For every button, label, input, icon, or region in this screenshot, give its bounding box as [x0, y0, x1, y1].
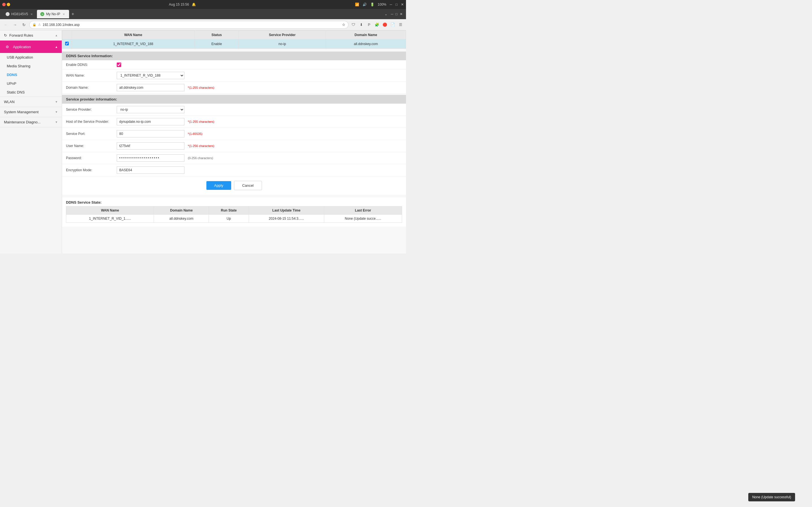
password-input[interactable]	[117, 154, 185, 162]
download-icon[interactable]: ⬇	[358, 22, 364, 28]
username-label: User Name:	[66, 144, 117, 148]
col-status: Status	[195, 31, 239, 40]
url-input[interactable]: 192.168.100.1/index.asp	[43, 23, 340, 27]
password-label: Password:	[66, 156, 117, 160]
cancel-button[interactable]: Cancel	[234, 181, 262, 190]
state-row-wan: 1_INTERNET_R_VID_1......	[66, 215, 154, 223]
enable-ddns-checkbox[interactable]	[117, 62, 121, 67]
host-row: Host of the Service Provider: dynupdate.…	[62, 116, 406, 128]
wan-name-select[interactable]: 1_INTERNET_R_VID_188	[117, 72, 185, 79]
ddns-state-table: WAN Name Domain Name Run State Last Upda…	[66, 206, 402, 223]
new-tab-button[interactable]: +	[69, 10, 77, 18]
shield-icon[interactable]: 🛡	[350, 22, 356, 28]
tab-minimize-btn[interactable]: ─	[390, 12, 395, 16]
ddns-list-table: WAN Name Status Service Provider Domain …	[62, 31, 406, 49]
browser-chrome: Aug 15 15:56 🔔 📶 🔊 🔋 100% ─ □ ✕ H HG8145…	[0, 0, 406, 31]
warning-icon: ⚠	[38, 23, 41, 26]
battery-percent: 100%	[378, 3, 387, 6]
col-wan-name: WAN Name	[72, 31, 195, 40]
forward-collapse-icon: ▲	[55, 34, 58, 37]
window-minimize-btn[interactable]: ─	[390, 3, 392, 6]
col-service-provider: Service Provider	[239, 31, 326, 40]
username-input[interactable]: t275vkf	[117, 142, 185, 150]
menu-icon[interactable]: ☰	[398, 22, 404, 28]
window-close-btn[interactable]: ✕	[401, 3, 404, 6]
tab-restore-btn[interactable]: □	[395, 12, 399, 16]
row-select-checkbox[interactable]	[65, 42, 69, 45]
sidebar-header-system[interactable]: System Management ▼	[0, 107, 62, 117]
main-layout: ↻ Forward Rules ▲ ⚙ Application ▲ USB Ap…	[0, 31, 406, 253]
domain-name-hint: *(1-255 characters)	[188, 86, 214, 89]
apply-button[interactable]: Apply	[206, 181, 232, 190]
username-control: t275vkf *(1-256 characters)	[117, 142, 214, 150]
sidebar-header-wlan[interactable]: WLAN ▼	[0, 97, 62, 107]
forward-button[interactable]: →	[11, 21, 18, 29]
close-traffic-light[interactable]	[2, 3, 6, 6]
state-row-error: None (Update succe......	[324, 215, 402, 223]
application-label: Application	[13, 45, 31, 49]
sidebar-header-application[interactable]: ⚙ Application ▲	[0, 41, 62, 53]
tab-noip[interactable]: N My No-IP ✕	[37, 10, 69, 18]
sidebar-item-staticdns[interactable]: Static DNS	[0, 88, 62, 97]
sidebar-item-usb[interactable]: USB Application	[0, 53, 62, 62]
window-maximize-btn[interactable]: □	[396, 3, 398, 6]
encryption-label: Encryption Mode:	[66, 168, 117, 172]
browser-close-btn[interactable]: ✕	[399, 12, 404, 16]
address-bar[interactable]: 🔒 ⚠ 192.168.100.1/index.asp ☆	[29, 21, 349, 29]
sidebar-section-application: ⚙ Application ▲ USB Application Media Sh…	[0, 41, 62, 97]
bookmark-star-icon[interactable]: ☆	[342, 22, 345, 27]
host-label: Host of the Service Provider:	[66, 120, 117, 124]
reader-icon[interactable]: 📄	[390, 22, 396, 28]
traffic-lights	[2, 3, 10, 6]
gear-icon: ⚙	[4, 43, 11, 50]
service-port-input[interactable]: 80	[117, 130, 185, 137]
ddns-state-section: DDNS Service State: WAN Name Domain Name…	[62, 198, 406, 227]
sidebar-header-forward[interactable]: ↻ Forward Rules ▲	[0, 31, 62, 40]
tab-favicon-hg8145v5: H	[6, 12, 10, 16]
state-row-update: 2024-08-15 11:54:3......	[249, 215, 324, 223]
row-status: Enable	[195, 40, 239, 49]
tab-hg8145v5[interactable]: H HG8145V5 ✕	[2, 10, 37, 18]
nav-bar: ← → ↻ 🔒 ⚠ 192.168.100.1/index.asp ☆ 🛡 ⬇ …	[0, 19, 406, 31]
domain-name-input[interactable]: all.ddnskey.com	[117, 84, 185, 91]
static-dns-label: Static DNS	[7, 90, 25, 94]
system-collapse-icon: ▼	[55, 110, 58, 114]
row-checkbox-cell[interactable]	[62, 40, 72, 49]
ddns-state-header: DDNS Service State:	[66, 198, 402, 206]
tab-close-hg8145v5[interactable]: ✕	[30, 12, 34, 16]
row-domain-name: all.ddnskey.com	[326, 40, 406, 49]
title-bar-left	[2, 3, 10, 6]
profile-icon[interactable]: P	[366, 22, 372, 28]
datetime-display: Aug 15 15:56	[169, 3, 189, 6]
col-checkbox	[62, 31, 72, 40]
sidebar-item-media[interactable]: Media Sharing	[0, 62, 62, 70]
nav-actions: 🛡 ⬇ P 🧩 🛑 📄 ☰	[350, 22, 404, 28]
sidebar-item-upnp[interactable]: UPnP	[0, 79, 62, 88]
tab-dropdown-btn[interactable]: ⌄	[382, 12, 390, 16]
state-col-run: Run State	[209, 207, 249, 215]
title-bar-center: Aug 15 15:56 🔔	[10, 3, 355, 6]
sidebar-item-ddns[interactable]: DDNS	[0, 70, 62, 79]
sidebar-section-forward: ↻ Forward Rules ▲	[0, 31, 62, 41]
sidebar-section-maintenance: Maintenance Diagno... ▼	[0, 117, 62, 127]
sidebar-section-system: System Management ▼	[0, 107, 62, 117]
back-button[interactable]: ←	[2, 21, 10, 29]
maintenance-label: Maintenance Diagno...	[4, 120, 41, 124]
application-collapse-icon: ▲	[55, 45, 58, 48]
tab-favicon-noip: N	[40, 12, 44, 16]
tab-bar: H HG8145V5 ✕ N My No-IP ✕ + ⌄ ─ □ ✕	[0, 9, 406, 19]
extensions-icon[interactable]: 🧩	[374, 22, 380, 28]
sidebar-header-maintenance[interactable]: Maintenance Diagno... ▼	[0, 117, 62, 127]
password-control: (0-256 characters)	[117, 154, 213, 162]
minimize-traffic-light[interactable]	[7, 3, 10, 6]
volume-icon: 🔊	[363, 3, 367, 6]
service-provider-select[interactable]: no-ip	[117, 106, 185, 113]
adblock-icon[interactable]: 🛑	[382, 22, 388, 28]
ddns-service-info-header: DDNS Service Information:	[62, 52, 406, 60]
host-input[interactable]: dynupdate.no-ip.com	[117, 118, 185, 125]
state-row-runstate: Up	[209, 215, 249, 223]
encryption-input[interactable]: BASE64	[117, 166, 185, 174]
refresh-button[interactable]: ↻	[20, 21, 28, 29]
tab-close-noip[interactable]: ✕	[62, 12, 66, 16]
host-hint: *(1-255 characters)	[188, 120, 214, 123]
